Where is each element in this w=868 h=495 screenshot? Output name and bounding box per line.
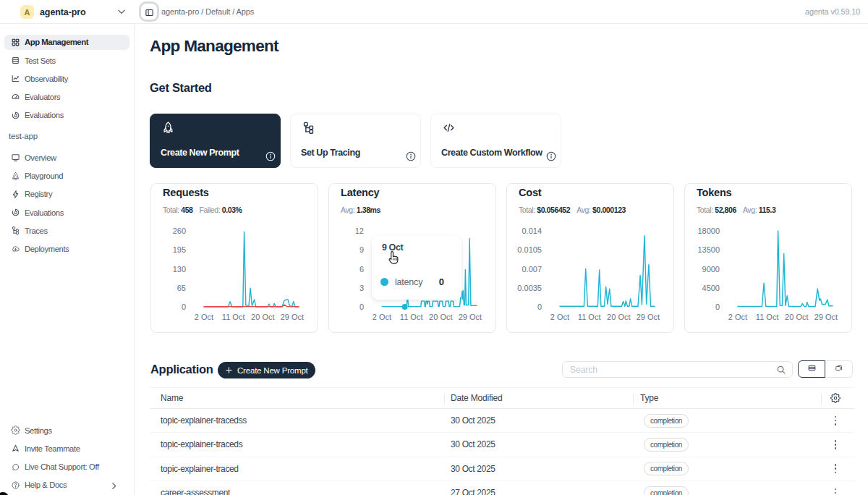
sidebar-toggle-button[interactable] — [139, 1, 159, 22]
sidebar-item-live-chat-support-off[interactable]: Live Chat Support: Off — [4, 460, 129, 475]
sidebar-item-observability[interactable]: Observability — [4, 71, 129, 86]
sidebar-item-traces[interactable]: Traces — [4, 223, 129, 238]
sidebar-item-evaluations[interactable]: Evaluations — [4, 205, 129, 220]
workspace-name: agenta-pro — [40, 7, 86, 17]
app-name-cell[interactable]: career-assessment — [150, 488, 444, 495]
date-modified-cell: 30 Oct 2025 — [444, 415, 634, 426]
y-axis-label: 0 — [359, 302, 364, 311]
sidebar-item-label: Help & Docs — [25, 481, 67, 489]
column-header-actions[interactable] — [822, 393, 854, 403]
table-row[interactable]: topic-explainer-tracedss 30 Oct 2025 com… — [150, 409, 854, 433]
column-header-type[interactable]: Type — [634, 393, 822, 403]
stat-card-latency: LatencyAvg: 1.38ms1296302 Oct11 Oct20 Oc… — [328, 183, 496, 333]
get-started-title: Get Started — [150, 81, 212, 95]
search-box — [562, 361, 793, 378]
gear-icon[interactable] — [830, 393, 841, 403]
info-circle-icon[interactable] — [405, 151, 413, 158]
lightning-icon — [11, 190, 20, 199]
question-circle-icon — [11, 481, 20, 490]
sidebar-item-playground[interactable]: Playground — [4, 169, 129, 184]
table-row[interactable]: career-assessment 27 Oct 2025 completion — [150, 481, 854, 495]
paper-plane-icon — [11, 444, 20, 453]
chevron-down-icon[interactable] — [116, 7, 127, 20]
sidebar-item-overview[interactable]: Overview — [4, 151, 129, 166]
create-new-prompt-button[interactable]: Create New Prompt — [218, 362, 315, 378]
cost-chart[interactable]: 0.0140.01050.0070.003502 Oct11 Oct20 Oct… — [507, 184, 675, 334]
column-header-name[interactable]: Name — [150, 393, 444, 403]
date-modified-cell: 30 Oct 2025 — [444, 439, 634, 449]
stat-card-tokens: TokensTotal: 52,806Avg: 115.318000135009… — [684, 183, 852, 333]
sidebar-item-label: Deployments — [25, 245, 69, 253]
sidebar-item-label: Invite Teammate — [25, 444, 80, 453]
x-axis-label: 2 Oct — [550, 313, 569, 321]
table-view-button[interactable] — [798, 360, 825, 378]
sidebar-item-label: Registry — [25, 190, 52, 198]
sidebar-item-app-management[interactable]: App Management — [4, 35, 129, 50]
gauge-icon — [11, 92, 20, 101]
x-axis-label: 29 Oct — [281, 313, 304, 321]
sidebar-item-evaluators[interactable]: Evaluators — [4, 90, 129, 105]
monitor-icon — [11, 153, 20, 162]
search-input[interactable] — [563, 365, 776, 375]
row-menu-button[interactable] — [832, 461, 840, 476]
sidebar-item-settings[interactable]: Settings — [4, 423, 129, 438]
sidebar-item-label: Evaluators — [25, 93, 60, 101]
stat-card-cost: CostTotal: $0.056452Avg: $0.0001230.0140… — [506, 183, 674, 333]
y-axis-label: 0.0035 — [517, 284, 542, 292]
info-circle-icon[interactable] — [545, 151, 553, 158]
column-header-date-modified[interactable]: Date Modified — [444, 393, 634, 403]
row-menu-button[interactable] — [832, 437, 840, 452]
sidebar-item-label: Playground — [25, 172, 63, 180]
y-axis-label: 0 — [715, 302, 720, 311]
type-cell: completion — [634, 486, 822, 495]
plus-icon — [225, 366, 233, 374]
workspace-avatar: A — [20, 5, 34, 19]
sidebar-item-help-docs[interactable]: Help & Docs — [4, 478, 129, 493]
app-name-cell[interactable]: topic-explainer-traced — [150, 464, 444, 474]
workspace-selector[interactable]: A agenta-pro — [20, 5, 86, 19]
x-axis-label: 11 Oct — [756, 313, 779, 321]
y-axis-label: 0.0105 — [517, 245, 542, 254]
get-started-card-set-up-tracing[interactable]: Set Up Tracing — [290, 114, 421, 168]
squares-four-icon — [11, 38, 20, 47]
get-started-card-create-new-prompt[interactable]: Create New Prompt — [150, 114, 281, 168]
rocket-icon — [161, 121, 175, 135]
app-name-cell[interactable]: topic-explainer-traceds — [150, 439, 444, 449]
sidebar-item-deployments[interactable]: Deployments — [4, 241, 129, 256]
app-name-cell[interactable]: topic-explainer-tracedss — [150, 415, 444, 426]
table-row[interactable]: topic-explainer-traceds 30 Oct 2025 comp… — [150, 433, 854, 457]
breadcrumb[interactable]: agenta-pro / Default / Apps — [161, 7, 254, 16]
panel-left-icon — [145, 7, 154, 17]
chart-tooltip: 9 Octlatency0 — [372, 236, 461, 300]
row-menu-button[interactable] — [832, 413, 840, 428]
tooltip-series-value: 0 — [439, 276, 444, 287]
y-axis-label: 0 — [537, 302, 542, 311]
row-menu-button[interactable] — [832, 486, 840, 495]
sidebar-item-invite-teammate[interactable]: Invite Teammate — [4, 441, 129, 456]
x-axis-label: 29 Oct — [637, 313, 660, 321]
info-circle-icon[interactable] — [265, 151, 273, 158]
series-line-failed — [204, 305, 299, 306]
sidebar-item-label: App Management — [25, 38, 88, 46]
sidebar-item-evaluations[interactable]: Evaluations — [4, 108, 129, 123]
card-view-button[interactable] — [825, 360, 853, 378]
sidebar-item-test-sets[interactable]: Test Sets — [4, 53, 129, 68]
search-icon[interactable] — [776, 365, 786, 375]
table-view-icon — [807, 363, 817, 376]
table-header: Name Date Modified Type — [150, 387, 854, 409]
type-badge: completion — [644, 414, 689, 428]
y-axis-label: 6 — [359, 265, 364, 274]
top-bar: A agenta-pro agenta-pro / Default / Apps… — [0, 0, 868, 24]
actions-cell — [822, 486, 854, 495]
requests-chart[interactable]: 2601951306502 Oct11 Oct20 Oct29 Oct — [151, 184, 319, 334]
sidebar-item-label: Settings — [25, 426, 52, 435]
get-started-card-create-custom-workflow[interactable]: Create Custom Workflow — [430, 114, 561, 168]
table-row[interactable]: topic-explainer-traced 30 Oct 2025 compl… — [150, 457, 854, 481]
sidebar-item-registry[interactable]: Registry — [4, 187, 129, 202]
tokens-chart[interactable]: 18000135009000450002 Oct11 Oct20 Oct29 O… — [685, 184, 853, 334]
column-separator — [633, 394, 634, 404]
chat-bubble-icon — [11, 462, 20, 472]
y-axis-label: 0.014 — [522, 227, 542, 235]
sidebar-section-label: test-app — [9, 132, 134, 140]
chart-donut-icon — [11, 111, 20, 120]
